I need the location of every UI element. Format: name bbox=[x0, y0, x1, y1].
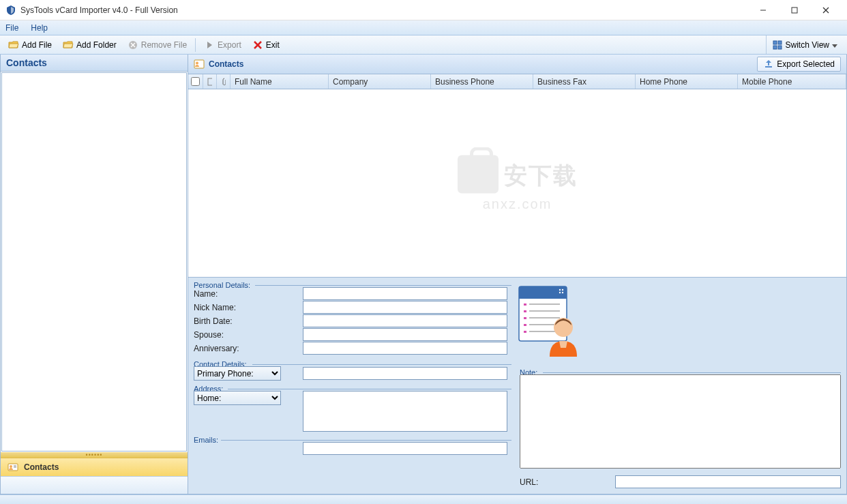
add-folder-button[interactable]: Add Folder bbox=[59, 38, 121, 52]
sidebar-grip[interactable]: •••••• bbox=[1, 452, 188, 458]
anniversary-field[interactable] bbox=[303, 342, 507, 355]
exit-button[interactable]: Exit bbox=[248, 38, 284, 52]
menu-help[interactable]: Help bbox=[31, 23, 48, 33]
dropdown-icon bbox=[832, 40, 837, 50]
toolbar-separator bbox=[195, 38, 196, 52]
svg-rect-35 bbox=[524, 331, 526, 333]
add-file-button[interactable]: Add File bbox=[4, 38, 56, 52]
folder-icon bbox=[63, 40, 74, 50]
svg-rect-30 bbox=[529, 310, 560, 312]
note-field[interactable] bbox=[520, 374, 841, 469]
svg-rect-32 bbox=[529, 317, 560, 318]
watermark: 安下载 anxz.com bbox=[458, 155, 578, 211]
column-attachment[interactable] bbox=[217, 74, 231, 89]
url-field[interactable] bbox=[615, 475, 841, 488]
svg-point-14 bbox=[10, 465, 12, 468]
column-business-phone[interactable]: Business Phone bbox=[431, 74, 533, 89]
address-type-select[interactable]: Home: bbox=[194, 391, 281, 405]
window-controls bbox=[747, 0, 842, 20]
watermark-text1: 安下载 bbox=[504, 160, 578, 191]
svg-point-18 bbox=[196, 62, 198, 65]
details-pane: Personal Details: Name: Nick Name: Birth… bbox=[188, 277, 846, 494]
sidebar-header: Contacts bbox=[1, 55, 188, 72]
birth-date-label: Birth Date: bbox=[194, 316, 303, 326]
column-full-name[interactable]: Full Name bbox=[231, 74, 329, 89]
contact-card-icon bbox=[8, 462, 18, 473]
svg-point-25 bbox=[559, 289, 561, 291]
sidebar-bottom bbox=[1, 476, 188, 494]
name-label: Name: bbox=[194, 289, 303, 299]
export-label: Export bbox=[218, 40, 241, 50]
svg-point-37 bbox=[554, 318, 573, 337]
add-folder-label: Add Folder bbox=[76, 40, 117, 50]
personal-details-label: Personal Details: bbox=[194, 281, 250, 289]
column-business-fax[interactable]: Business Fax bbox=[533, 74, 636, 89]
primary-phone-select[interactable]: Primary Phone: bbox=[194, 366, 281, 381]
minimize-button[interactable] bbox=[747, 0, 779, 20]
spouse-field[interactable] bbox=[303, 328, 507, 341]
grid-body[interactable]: 安下载 anxz.com bbox=[188, 89, 846, 277]
remove-file-button[interactable]: Remove File bbox=[123, 38, 191, 52]
name-field[interactable] bbox=[303, 287, 507, 300]
nick-name-label: Nick Name: bbox=[194, 303, 303, 312]
close-button[interactable] bbox=[810, 0, 842, 20]
email-field[interactable] bbox=[303, 442, 507, 455]
remove-file-label: Remove File bbox=[141, 40, 187, 50]
svg-point-24 bbox=[562, 292, 563, 293]
svg-rect-17 bbox=[194, 60, 204, 68]
content-header: Contacts Export Selected bbox=[188, 55, 846, 74]
exit-label: Exit bbox=[266, 40, 280, 50]
column-flag[interactable] bbox=[203, 74, 217, 89]
add-file-label: Add File bbox=[22, 40, 52, 50]
select-all-checkbox[interactable] bbox=[191, 77, 200, 86]
svg-rect-1 bbox=[792, 8, 797, 13]
svg-rect-28 bbox=[529, 303, 560, 305]
sidebar-contacts-label: Contacts bbox=[24, 462, 59, 472]
emails-label: Emails: bbox=[194, 436, 218, 444]
svg-rect-10 bbox=[778, 41, 782, 44]
svg-point-23 bbox=[559, 292, 561, 293]
birth-date-field[interactable] bbox=[303, 314, 507, 327]
svg-rect-29 bbox=[524, 310, 526, 312]
sidebar: Contacts •••••• Contacts bbox=[1, 55, 188, 494]
export-button[interactable]: Export bbox=[200, 38, 246, 52]
menubar: File Help bbox=[0, 20, 847, 35]
play-icon bbox=[204, 40, 215, 50]
export-selected-button[interactable]: Export Selected bbox=[757, 57, 841, 72]
main-area: Contacts •••••• Contacts Contacts Export… bbox=[0, 55, 847, 494]
primary-phone-field[interactable] bbox=[303, 367, 507, 380]
toolbar: Add File Add Folder Remove File Export E… bbox=[0, 35, 847, 55]
export-icon bbox=[763, 59, 774, 70]
grid-icon bbox=[772, 40, 783, 50]
folder-open-icon bbox=[8, 40, 19, 50]
content-area: Contacts Export Selected Full Name Compa… bbox=[188, 55, 846, 494]
watermark-text2: anxz.com bbox=[458, 196, 578, 211]
delete-icon bbox=[128, 40, 138, 50]
column-mobile-phone[interactable]: Mobile Phone bbox=[738, 74, 846, 89]
switch-view-button[interactable]: Switch View bbox=[766, 35, 843, 54]
column-company[interactable]: Company bbox=[329, 74, 431, 89]
svg-rect-12 bbox=[778, 46, 782, 49]
window-title: SysTools vCard Importer v4.0 - Full Vers… bbox=[20, 5, 747, 15]
menu-file[interactable]: File bbox=[5, 23, 18, 33]
grid-header: Full Name Company Business Phone Busines… bbox=[188, 74, 846, 89]
address-field[interactable] bbox=[303, 391, 507, 432]
nick-name-field[interactable] bbox=[303, 301, 507, 314]
svg-point-26 bbox=[562, 289, 563, 291]
svg-rect-9 bbox=[773, 41, 777, 44]
maximize-button[interactable] bbox=[779, 0, 810, 20]
url-label: URL: bbox=[520, 477, 615, 487]
contact-photo bbox=[516, 283, 584, 358]
titlebar: SysTools vCard Importer v4.0 - Full Vers… bbox=[0, 0, 847, 20]
sidebar-contacts-button[interactable]: Contacts bbox=[1, 458, 188, 476]
svg-rect-20 bbox=[208, 78, 212, 85]
column-checkbox[interactable] bbox=[188, 74, 203, 89]
contact-icon bbox=[194, 59, 205, 70]
switch-view-label: Switch View bbox=[786, 40, 829, 50]
anniversary-label: Anniversary: bbox=[194, 344, 303, 353]
export-selected-label: Export Selected bbox=[777, 59, 835, 69]
column-home-phone[interactable]: Home Phone bbox=[636, 74, 738, 89]
close-x-icon bbox=[252, 40, 263, 50]
app-icon bbox=[5, 5, 16, 16]
sidebar-tree[interactable] bbox=[1, 72, 187, 451]
